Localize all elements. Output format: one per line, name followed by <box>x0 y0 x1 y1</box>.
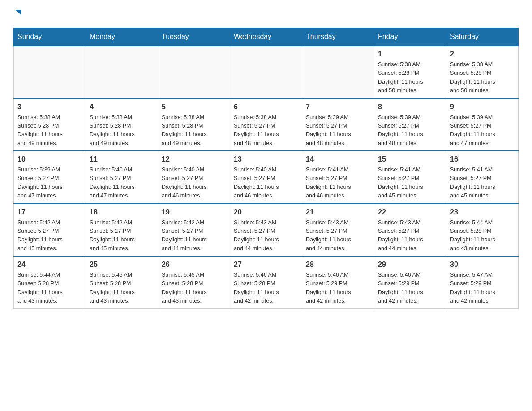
calendar-day-cell: 24Sunrise: 5:44 AM Sunset: 5:28 PM Dayli… <box>14 256 86 308</box>
day-number: 20 <box>234 207 298 218</box>
calendar-day-cell <box>302 46 374 98</box>
calendar-week-row: 17Sunrise: 5:42 AM Sunset: 5:27 PM Dayli… <box>14 204 519 257</box>
calendar-day-cell <box>158 46 230 98</box>
day-number: 11 <box>90 154 154 165</box>
day-info: Sunrise: 5:47 AM Sunset: 5:29 PM Dayligh… <box>450 271 515 306</box>
day-info: Sunrise: 5:40 AM Sunset: 5:27 PM Dayligh… <box>90 166 154 201</box>
svg-marker-0 <box>15 10 21 15</box>
day-info: Sunrise: 5:41 AM Sunset: 5:27 PM Dayligh… <box>378 166 442 201</box>
calendar-day-cell: 11Sunrise: 5:40 AM Sunset: 5:27 PM Dayli… <box>86 151 158 204</box>
calendar-day-cell: 18Sunrise: 5:42 AM Sunset: 5:27 PM Dayli… <box>86 204 158 257</box>
day-number: 22 <box>378 207 442 218</box>
calendar-day-cell: 5Sunrise: 5:38 AM Sunset: 5:28 PM Daylig… <box>158 98 230 151</box>
calendar-header-row: SundayMondayTuesdayWednesdayThursdayFrid… <box>14 28 519 46</box>
day-info: Sunrise: 5:38 AM Sunset: 5:28 PM Dayligh… <box>162 113 226 148</box>
day-number: 6 <box>234 102 298 112</box>
day-number: 29 <box>378 259 442 270</box>
day-info: Sunrise: 5:38 AM Sunset: 5:28 PM Dayligh… <box>450 60 515 95</box>
logo-area <box>13 9 22 19</box>
day-info: Sunrise: 5:44 AM Sunset: 5:28 PM Dayligh… <box>17 271 82 306</box>
day-of-week-header: Sunday <box>14 28 86 46</box>
header <box>13 9 519 19</box>
day-number: 9 <box>450 102 515 112</box>
calendar-day-cell: 14Sunrise: 5:41 AM Sunset: 5:27 PM Dayli… <box>302 151 374 204</box>
day-number: 17 <box>17 207 82 218</box>
calendar-day-cell: 28Sunrise: 5:46 AM Sunset: 5:29 PM Dayli… <box>302 256 374 308</box>
day-info: Sunrise: 5:43 AM Sunset: 5:27 PM Dayligh… <box>378 218 442 253</box>
calendar-day-cell: 1Sunrise: 5:38 AM Sunset: 5:28 PM Daylig… <box>374 46 446 98</box>
day-info: Sunrise: 5:38 AM Sunset: 5:27 PM Dayligh… <box>234 113 298 148</box>
day-number: 12 <box>162 154 226 165</box>
day-of-week-header: Friday <box>374 28 446 46</box>
day-number: 26 <box>162 259 226 270</box>
calendar-day-cell <box>14 46 86 98</box>
day-number: 28 <box>306 259 370 270</box>
day-info: Sunrise: 5:38 AM Sunset: 5:28 PM Dayligh… <box>378 60 442 95</box>
calendar-week-row: 1Sunrise: 5:38 AM Sunset: 5:28 PM Daylig… <box>14 46 519 98</box>
day-info: Sunrise: 5:41 AM Sunset: 5:27 PM Dayligh… <box>306 166 370 201</box>
calendar-day-cell: 6Sunrise: 5:38 AM Sunset: 5:27 PM Daylig… <box>230 98 302 151</box>
day-info: Sunrise: 5:43 AM Sunset: 5:27 PM Dayligh… <box>234 218 298 253</box>
calendar-day-cell: 15Sunrise: 5:41 AM Sunset: 5:27 PM Dayli… <box>374 151 446 204</box>
calendar-day-cell: 27Sunrise: 5:46 AM Sunset: 5:28 PM Dayli… <box>230 256 302 308</box>
calendar-day-cell: 19Sunrise: 5:42 AM Sunset: 5:27 PM Dayli… <box>158 204 230 257</box>
calendar-week-row: 3Sunrise: 5:38 AM Sunset: 5:28 PM Daylig… <box>14 98 519 151</box>
day-info: Sunrise: 5:39 AM Sunset: 5:27 PM Dayligh… <box>378 113 442 148</box>
calendar-day-cell: 7Sunrise: 5:39 AM Sunset: 5:27 PM Daylig… <box>302 98 374 151</box>
day-number: 30 <box>450 259 515 270</box>
calendar-day-cell: 16Sunrise: 5:41 AM Sunset: 5:27 PM Dayli… <box>446 151 519 204</box>
calendar-day-cell: 12Sunrise: 5:40 AM Sunset: 5:27 PM Dayli… <box>158 151 230 204</box>
calendar-day-cell: 13Sunrise: 5:40 AM Sunset: 5:27 PM Dayli… <box>230 151 302 204</box>
day-info: Sunrise: 5:43 AM Sunset: 5:27 PM Dayligh… <box>306 218 370 253</box>
logo <box>13 9 22 19</box>
day-info: Sunrise: 5:42 AM Sunset: 5:27 PM Dayligh… <box>162 218 226 253</box>
day-info: Sunrise: 5:39 AM Sunset: 5:27 PM Dayligh… <box>17 166 82 201</box>
day-number: 19 <box>162 207 226 218</box>
day-of-week-header: Tuesday <box>158 28 230 46</box>
day-number: 13 <box>234 154 298 165</box>
day-number: 15 <box>378 154 442 165</box>
day-info: Sunrise: 5:42 AM Sunset: 5:27 PM Dayligh… <box>17 218 82 253</box>
day-number: 2 <box>450 49 515 60</box>
calendar-week-row: 24Sunrise: 5:44 AM Sunset: 5:28 PM Dayli… <box>14 256 519 308</box>
calendar-day-cell <box>86 46 158 98</box>
day-number: 23 <box>450 207 515 218</box>
day-of-week-header: Monday <box>86 28 158 46</box>
day-info: Sunrise: 5:40 AM Sunset: 5:27 PM Dayligh… <box>162 166 226 201</box>
calendar-day-cell: 3Sunrise: 5:38 AM Sunset: 5:28 PM Daylig… <box>14 98 86 151</box>
day-info: Sunrise: 5:42 AM Sunset: 5:27 PM Dayligh… <box>90 218 154 253</box>
day-number: 8 <box>378 102 442 112</box>
calendar-day-cell: 23Sunrise: 5:44 AM Sunset: 5:28 PM Dayli… <box>446 204 519 257</box>
day-number: 27 <box>234 259 298 270</box>
calendar-day-cell: 17Sunrise: 5:42 AM Sunset: 5:27 PM Dayli… <box>14 204 86 257</box>
day-number: 5 <box>162 102 226 112</box>
day-info: Sunrise: 5:46 AM Sunset: 5:29 PM Dayligh… <box>306 271 370 306</box>
day-number: 24 <box>17 259 82 270</box>
day-number: 14 <box>306 154 370 165</box>
day-info: Sunrise: 5:46 AM Sunset: 5:28 PM Dayligh… <box>234 271 298 306</box>
calendar-day-cell: 21Sunrise: 5:43 AM Sunset: 5:27 PM Dayli… <box>302 204 374 257</box>
day-info: Sunrise: 5:44 AM Sunset: 5:28 PM Dayligh… <box>450 218 515 253</box>
day-of-week-header: Wednesday <box>230 28 302 46</box>
calendar-day-cell: 9Sunrise: 5:39 AM Sunset: 5:27 PM Daylig… <box>446 98 519 151</box>
day-number: 7 <box>306 102 370 112</box>
calendar-day-cell: 8Sunrise: 5:39 AM Sunset: 5:27 PM Daylig… <box>374 98 446 151</box>
day-number: 4 <box>90 102 154 112</box>
day-number: 10 <box>17 154 82 165</box>
day-info: Sunrise: 5:45 AM Sunset: 5:28 PM Dayligh… <box>90 271 154 306</box>
calendar-day-cell: 25Sunrise: 5:45 AM Sunset: 5:28 PM Dayli… <box>86 256 158 308</box>
calendar-day-cell: 26Sunrise: 5:45 AM Sunset: 5:28 PM Dayli… <box>158 256 230 308</box>
day-info: Sunrise: 5:38 AM Sunset: 5:28 PM Dayligh… <box>17 113 82 148</box>
calendar-day-cell: 30Sunrise: 5:47 AM Sunset: 5:29 PM Dayli… <box>446 256 519 308</box>
calendar-week-row: 10Sunrise: 5:39 AM Sunset: 5:27 PM Dayli… <box>14 151 519 204</box>
day-number: 21 <box>306 207 370 218</box>
day-of-week-header: Saturday <box>446 28 519 46</box>
calendar-day-cell: 4Sunrise: 5:38 AM Sunset: 5:28 PM Daylig… <box>86 98 158 151</box>
day-number: 1 <box>378 49 442 60</box>
day-number: 16 <box>450 154 515 165</box>
calendar-day-cell <box>230 46 302 98</box>
logo-arrow-icon <box>14 9 22 19</box>
day-of-week-header: Thursday <box>302 28 374 46</box>
calendar-day-cell: 20Sunrise: 5:43 AM Sunset: 5:27 PM Dayli… <box>230 204 302 257</box>
calendar-day-cell: 10Sunrise: 5:39 AM Sunset: 5:27 PM Dayli… <box>14 151 86 204</box>
